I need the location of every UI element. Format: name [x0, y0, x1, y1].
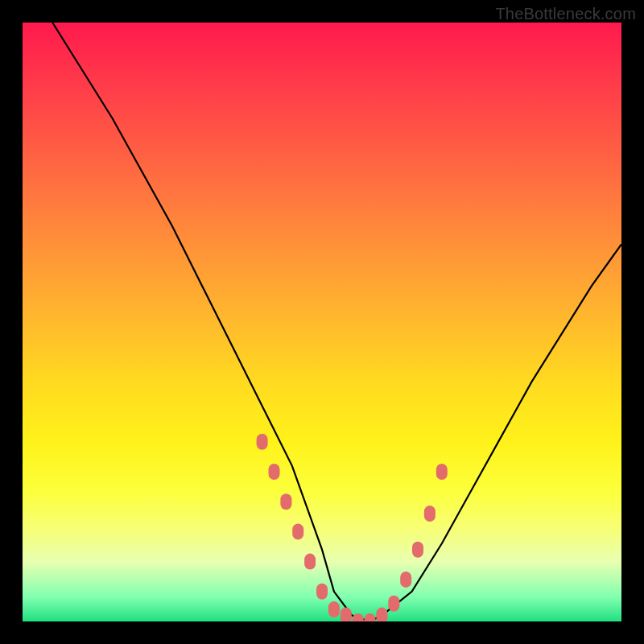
marker-dot: [341, 608, 352, 621]
marker-dot: [376, 608, 387, 621]
marker-dot: [292, 523, 303, 539]
plot-area: [23, 23, 621, 621]
marker-dot: [424, 506, 436, 522]
marker-dot: [388, 596, 399, 612]
marker-dot: [436, 464, 448, 480]
marker-dot: [304, 554, 316, 570]
marker-dot: [365, 613, 376, 621]
chart-svg: [23, 23, 621, 621]
marker-dot: [328, 601, 340, 617]
marker-dot: [412, 542, 423, 558]
marker-dot: [400, 572, 411, 588]
chart-frame: TheBottleneck.com: [0, 0, 644, 644]
marker-dot: [316, 584, 328, 600]
marker-dot: [257, 434, 268, 450]
bottleneck-curve: [52, 23, 621, 621]
marker-dot: [280, 493, 291, 510]
marker-dots-group: [257, 434, 448, 621]
watermark-text: TheBottleneck.com: [495, 5, 636, 23]
marker-dot: [353, 613, 364, 621]
marker-dot: [269, 464, 280, 480]
